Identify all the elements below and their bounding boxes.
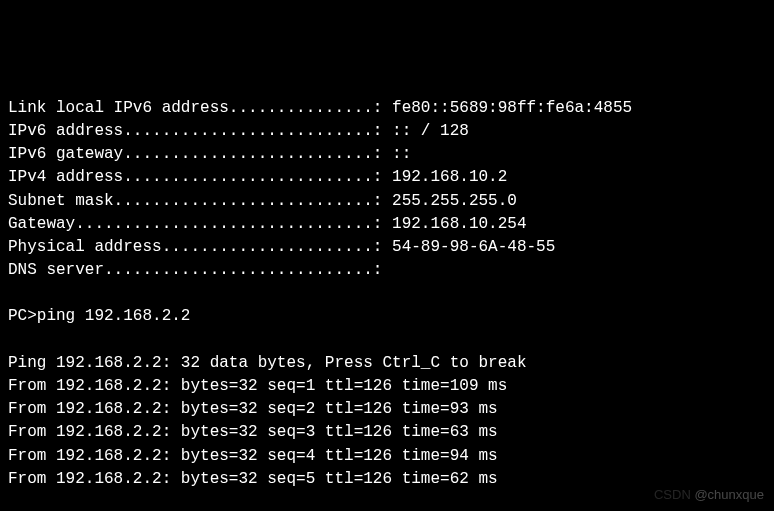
- ping-reply: From 192.168.2.2: bytes=32 seq=2 ttl=126…: [8, 398, 766, 421]
- ping-reply: From 192.168.2.2: bytes=32 seq=1 ttl=126…: [8, 375, 766, 398]
- config-dns-server: DNS server............................:: [8, 259, 766, 282]
- config-gateway: Gateway...............................: …: [8, 213, 766, 236]
- watermark-left: CSDN: [654, 487, 694, 502]
- blank-line: [8, 329, 766, 352]
- terminal-output: Link local IPv6 address...............: …: [8, 97, 766, 511]
- blank-line: [8, 491, 766, 511]
- watermark: CSDN @chunxque: [654, 486, 764, 505]
- config-ipv4-address: IPv4 address..........................: …: [8, 166, 766, 189]
- config-link-local-ipv6: Link local IPv6 address...............: …: [8, 97, 766, 120]
- ping-reply: From 192.168.2.2: bytes=32 seq=4 ttl=126…: [8, 445, 766, 468]
- command-prompt-line: PC>ping 192.168.2.2: [8, 305, 766, 328]
- ping-reply: From 192.168.2.2: bytes=32 seq=5 ttl=126…: [8, 468, 766, 491]
- ping-reply: From 192.168.2.2: bytes=32 seq=3 ttl=126…: [8, 421, 766, 444]
- config-ipv6-gateway: IPv6 gateway..........................: …: [8, 143, 766, 166]
- config-subnet-mask: Subnet mask...........................: …: [8, 190, 766, 213]
- blank-line: [8, 282, 766, 305]
- config-physical-address: Physical address......................: …: [8, 236, 766, 259]
- watermark-right: @chunxque: [694, 487, 764, 502]
- config-ipv6-address: IPv6 address..........................: …: [8, 120, 766, 143]
- ping-header: Ping 192.168.2.2: 32 data bytes, Press C…: [8, 352, 766, 375]
